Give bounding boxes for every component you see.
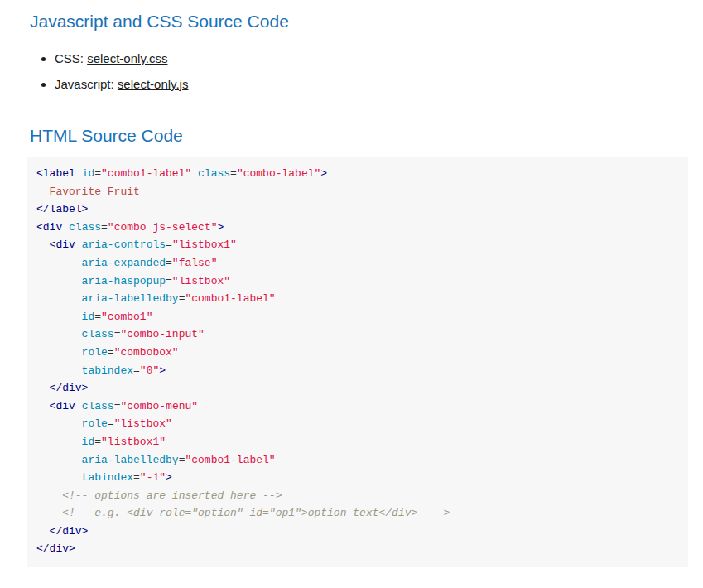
code-line: tabindex="-1"> — [36, 469, 678, 487]
code-line: class="combo-input" — [36, 325, 678, 344]
resource-link-list: CSS: select-only.css Javascript: select-… — [27, 51, 688, 91]
page-content: Javascript and CSS Source Code CSS: sele… — [0, 11, 703, 588]
code-line: </div> — [36, 523, 678, 541]
code-line: <label id="combo1-label" class="combo-la… — [36, 165, 678, 183]
css-file-link[interactable]: select-only.css — [87, 51, 167, 65]
javascript-label: Javascript: — [55, 77, 118, 91]
code-line: id="combo1" — [36, 308, 678, 326]
code-line: <div class="combo-menu" — [36, 398, 678, 416]
code-line: aria-expanded="false" — [36, 254, 678, 272]
code-line: role="combobox" — [36, 344, 678, 362]
code-line: </label> — [36, 200, 678, 219]
heading-js-css-source-code: Javascript and CSS Source Code — [30, 11, 688, 31]
code-line: tabindex="0"> — [36, 362, 678, 380]
list-item-css: CSS: select-only.css — [55, 51, 688, 65]
code-line: <div aria-controls="listbox1" — [36, 236, 678, 254]
code-line: <!-- e.g. <div role="option" id="op1">op… — [36, 504, 678, 523]
html-code-block: <label id="combo1-label" class="combo-la… — [27, 157, 688, 567]
code-line: <!-- options are inserted here --> — [36, 487, 678, 505]
code-line: aria-labelledby="combo1-label" — [36, 451, 678, 470]
css-label: CSS: — [55, 51, 87, 65]
code-line: aria-haspopup="listbox" — [36, 272, 678, 291]
heading-html-source-code: HTML Source Code — [30, 125, 688, 146]
list-item-javascript: Javascript: select-only.js — [55, 77, 688, 91]
code-line: role="listbox" — [36, 415, 678, 433]
code-line: id="listbox1" — [36, 433, 678, 451]
code-line: aria-labelledby="combo1-label" — [36, 290, 678, 308]
code-line: Favorite Fruit — [36, 183, 678, 201]
code-line: </div> — [36, 540, 678, 558]
javascript-file-link[interactable]: select-only.js — [118, 77, 189, 91]
code-line: </div> — [36, 379, 678, 398]
code-line: <div class="combo js-select"> — [36, 219, 678, 237]
